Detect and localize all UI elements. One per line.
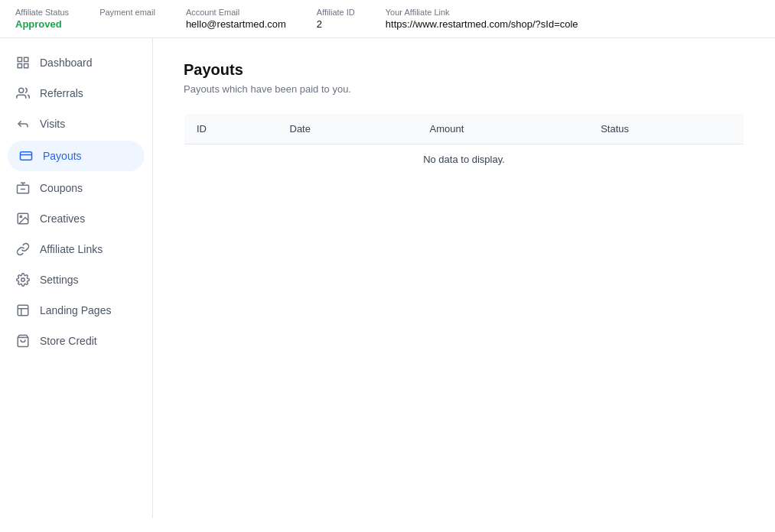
sidebar-item-referrals-label: Referrals: [40, 87, 83, 99]
account-email-label: Account Email: [186, 8, 286, 17]
svg-rect-2: [18, 64, 21, 68]
sidebar-item-coupons[interactable]: Coupons: [0, 173, 152, 203]
sidebar-item-creatives-label: Creatives: [40, 212, 85, 225]
sidebar-item-settings-label: Settings: [40, 274, 79, 286]
svg-rect-1: [24, 57, 28, 61]
svg-point-11: [20, 216, 21, 217]
table-body: No data to display.: [184, 144, 744, 175]
sidebar-item-store-credit[interactable]: Store Credit: [0, 326, 152, 356]
visits-icon: [15, 116, 31, 131]
sidebar-item-store-credit-label: Store Credit: [40, 335, 97, 347]
affiliate-id-field: Affiliate ID 2: [317, 8, 355, 30]
sidebar-item-coupons-label: Coupons: [40, 182, 83, 194]
sidebar-item-dashboard-label: Dashboard: [40, 57, 93, 69]
affiliate-link-field: Your Affiliate Link https://www.restartm…: [386, 8, 760, 30]
page-subtitle: Payouts which have been paid to you.: [184, 83, 744, 95]
sidebar-item-settings[interactable]: Settings: [0, 264, 152, 295]
sidebar-item-landing-pages-label: Landing Pages: [40, 304, 111, 316]
affiliate-links-icon: [15, 242, 31, 257]
sidebar-item-dashboard[interactable]: Dashboard: [0, 47, 152, 78]
creatives-icon: [15, 211, 31, 226]
payouts-table: ID Date Amount Status No data to display…: [184, 113, 744, 175]
affiliate-link-label: Your Affiliate Link: [386, 8, 760, 17]
affiliate-status-value: Approved: [15, 18, 69, 30]
landing-pages-icon: [15, 303, 31, 318]
sidebar-item-creatives[interactable]: Creatives: [0, 203, 152, 234]
affiliate-id-label: Affiliate ID: [317, 8, 355, 17]
main-layout: Dashboard Referrals Visits: [0, 38, 775, 518]
col-header-id: ID: [184, 114, 278, 144]
svg-point-4: [19, 88, 24, 92]
sidebar-item-affiliate-links-label: Affiliate Links: [40, 243, 103, 255]
table-header: ID Date Amount Status: [184, 114, 744, 144]
referrals-icon: [15, 86, 31, 101]
sidebar-item-affiliate-links[interactable]: Affiliate Links: [0, 234, 152, 264]
affiliate-status-field: Affiliate Status Approved: [15, 8, 69, 30]
top-header: Affiliate Status Approved Payment email …: [0, 0, 775, 38]
payment-email-field: Payment email: [99, 8, 155, 18]
affiliate-link-value: https://www.restartmed.com/shop/?sId=col…: [386, 18, 760, 30]
account-email-value: hello@restartmed.com: [186, 18, 286, 30]
dashboard-icon: [15, 55, 31, 70]
svg-rect-0: [18, 57, 21, 61]
coupons-icon: [15, 180, 31, 196]
col-header-status: Status: [588, 114, 744, 144]
account-email-field: Account Email hello@restartmed.com: [186, 8, 286, 30]
col-header-amount: Amount: [418, 114, 589, 144]
payment-email-label: Payment email: [99, 8, 155, 17]
affiliate-status-label: Affiliate Status: [15, 8, 69, 17]
sidebar: Dashboard Referrals Visits: [0, 38, 153, 518]
sidebar-item-payouts[interactable]: Payouts: [8, 141, 145, 171]
page-title: Payouts: [184, 61, 744, 79]
sidebar-item-landing-pages[interactable]: Landing Pages: [0, 295, 152, 326]
sidebar-item-referrals[interactable]: Referrals: [0, 78, 152, 109]
payouts-icon: [18, 148, 34, 164]
col-header-date: Date: [278, 114, 418, 144]
svg-rect-3: [24, 64, 28, 68]
sidebar-item-visits[interactable]: Visits: [0, 109, 152, 139]
main-content: Payouts Payouts which have been paid to …: [153, 38, 775, 518]
sidebar-item-visits-label: Visits: [40, 118, 65, 130]
svg-point-12: [21, 278, 25, 282]
svg-rect-5: [21, 152, 32, 161]
svg-rect-13: [18, 305, 28, 316]
no-data-message: No data to display.: [184, 144, 744, 175]
store-credit-icon: [15, 333, 31, 349]
no-data-row: No data to display.: [184, 144, 744, 175]
affiliate-id-value: 2: [317, 18, 355, 30]
sidebar-item-payouts-label: Payouts: [43, 150, 82, 162]
settings-icon: [15, 272, 31, 287]
